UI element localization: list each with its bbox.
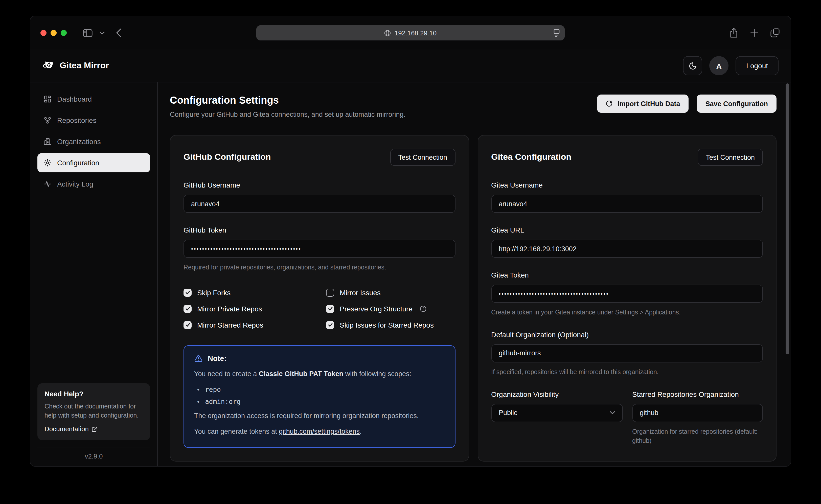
sidebar-item-organizations[interactable]: Organizations <box>37 132 150 151</box>
gitea-username-label: Gitea Username <box>491 181 763 189</box>
app-header: Gitea Mirror A Logout <box>30 50 791 82</box>
documentation-link[interactable]: Documentation <box>44 425 143 433</box>
github-token-help: Required for private repositories, organ… <box>184 263 455 272</box>
default-org-help: If specified, repositories will be mirro… <box>491 368 763 377</box>
checkbox-box[interactable] <box>184 289 192 297</box>
checkbox-preserve-org-structure[interactable]: Preserve Org Structure <box>326 305 455 313</box>
close-window-button[interactable] <box>40 30 47 36</box>
tab-overview-icon[interactable] <box>770 28 780 37</box>
sidebar-item-dashboard[interactable]: Dashboard <box>37 89 150 109</box>
theme-toggle-button[interactable] <box>683 56 702 75</box>
checkbox-skip-issues-starred[interactable]: Skip Issues for Starred Repos <box>326 321 455 329</box>
gitea-card-title: Gitea Configuration <box>491 152 571 162</box>
globe-icon <box>384 30 391 36</box>
github-test-connection-button[interactable]: Test Connection <box>390 149 455 166</box>
note-line-1: You need to create a Classic GitHub PAT … <box>194 369 445 379</box>
github-token-input[interactable] <box>184 240 455 258</box>
checkbox-box[interactable] <box>326 305 334 313</box>
sidebar-toggle-icon[interactable] <box>83 29 93 37</box>
checkbox-mirror-private-repos[interactable]: Mirror Private Repos <box>184 305 326 313</box>
github-card-title: GitHub Configuration <box>184 152 271 162</box>
sidebar-item-label: Dashboard <box>57 95 92 103</box>
reader-toggle-icon[interactable] <box>553 29 560 37</box>
browser-toolbar: 192.168.29.10 <box>30 16 791 50</box>
browser-window: 192.168.29.10 <box>30 16 791 467</box>
default-org-input[interactable] <box>491 344 763 362</box>
import-github-data-button[interactable]: Import GitHub Data <box>597 95 689 113</box>
page-title: Configuration Settings <box>170 95 405 106</box>
new-tab-icon[interactable] <box>750 29 758 37</box>
checkbox-box[interactable] <box>326 289 334 297</box>
gitea-url-input[interactable] <box>491 240 763 258</box>
checkbox-mirror-issues[interactable]: Mirror Issues <box>326 289 455 297</box>
gitea-logo <box>42 60 55 71</box>
checkbox-label: Skip Issues for Starred Repos <box>340 321 434 329</box>
default-org-label: Default Organization (Optional) <box>491 331 763 339</box>
github-configuration-card: GitHub Configuration Test Connection Git… <box>170 135 469 461</box>
save-configuration-button[interactable]: Save Configuration <box>697 95 777 113</box>
org-visibility-select[interactable]: Public <box>491 404 623 422</box>
share-icon[interactable] <box>729 28 738 38</box>
checkbox-box[interactable] <box>184 305 192 313</box>
sidebar-item-repositories[interactable]: Repositories <box>37 111 150 130</box>
gitea-test-connection-button[interactable]: Test Connection <box>698 149 763 166</box>
sidebar-item-label: Organizations <box>57 138 101 146</box>
alert-triangle-icon <box>194 354 203 362</box>
logout-button[interactable]: Logout <box>736 56 779 75</box>
repositories-icon <box>43 116 52 124</box>
sidebar-item-label: Activity Log <box>57 180 93 188</box>
organizations-icon <box>43 138 52 146</box>
sidebar-item-label: Configuration <box>57 159 99 167</box>
scrollbar-thumb[interactable] <box>786 83 789 354</box>
scope-item: admin:org <box>197 398 445 405</box>
github-username-input[interactable] <box>184 195 455 213</box>
note-callout: Note: You need to create a Classic GitHu… <box>184 345 455 448</box>
page-subtitle: Configure your GitHub and Gitea connecti… <box>170 111 405 118</box>
minimize-window-button[interactable] <box>51 30 57 36</box>
help-body: Check out the documentation for help wit… <box>44 402 143 420</box>
note-line-2: The organization access is required for … <box>194 411 445 421</box>
refresh-icon <box>606 100 613 107</box>
checkbox-skip-forks[interactable]: Skip Forks <box>184 289 326 297</box>
tokens-link[interactable]: github.com/settings/tokens <box>279 428 360 436</box>
checkbox-label: Mirror Private Repos <box>197 305 262 313</box>
github-token-label: GitHub Token <box>184 226 455 234</box>
back-icon[interactable] <box>116 28 121 37</box>
gitea-token-input[interactable] <box>491 285 763 303</box>
checkbox-mirror-starred-repos[interactable]: Mirror Starred Repos <box>184 321 326 329</box>
brand: Gitea Mirror <box>42 60 109 71</box>
checkbox-box[interactable] <box>326 321 334 329</box>
checkbox-label: Mirror Starred Repos <box>197 321 263 329</box>
info-icon[interactable] <box>420 305 427 312</box>
select-chevron-icon <box>609 411 615 415</box>
app-title: Gitea Mirror <box>60 61 109 71</box>
gitea-username-input[interactable] <box>491 195 763 213</box>
screen: 192.168.29.10 <box>0 0 821 504</box>
address-bar[interactable]: 192.168.29.10 <box>256 25 565 40</box>
external-link-icon <box>92 426 98 432</box>
starred-org-label: Starred Repositories Organization <box>632 390 763 398</box>
need-help-card: Need Help? Check out the documentation f… <box>37 383 150 441</box>
avatar[interactable]: A <box>709 56 728 75</box>
sidebar-item-configuration[interactable]: Configuration <box>37 153 150 172</box>
check-icon <box>185 322 190 328</box>
scope-item: repo <box>197 386 445 393</box>
note-scope-list: repo admin:org <box>197 386 445 405</box>
org-visibility-value: Public <box>499 409 517 417</box>
gitea-configuration-card: Gitea Configuration Test Connection Gite… <box>477 135 777 461</box>
activity-icon <box>43 180 52 188</box>
org-visibility-label: Organization Visibility <box>491 390 623 398</box>
starred-org-input[interactable] <box>632 404 763 422</box>
checkbox-label: Skip Forks <box>197 289 231 297</box>
main-content: Configuration Settings Configure your Gi… <box>158 82 791 466</box>
sidebar: Dashboard Repositories <box>30 82 158 466</box>
checkbox-box[interactable] <box>184 321 192 329</box>
chevron-down-icon[interactable] <box>100 31 105 35</box>
moon-icon <box>688 61 697 70</box>
zoom-window-button[interactable] <box>61 30 67 36</box>
sidebar-item-activity-log[interactable]: Activity Log <box>37 174 150 194</box>
gitea-token-help: Create a token in your Gitea instance un… <box>491 308 763 317</box>
check-icon <box>185 290 190 295</box>
version-label: v2.9.0 <box>37 447 150 460</box>
starred-org-help: Organization for starred repositories (d… <box>632 427 763 446</box>
